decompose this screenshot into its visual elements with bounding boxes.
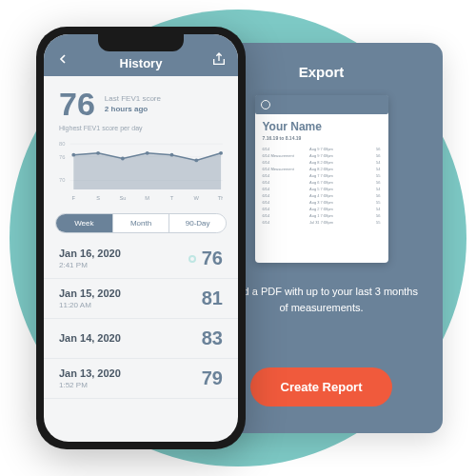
pdf-row: 6/14Aug 4 7:08pm56 <box>263 193 381 198</box>
pdf-name: Your Name <box>263 120 381 133</box>
score-time: 2 hours ago <box>105 105 161 114</box>
pdf-row: 6/14Aug 5 7:08pm54 <box>263 187 381 191</box>
pdf-row: 6/14Aug 7 7:08pm55 <box>263 173 381 178</box>
row-date: Jan 15, 2020 <box>59 288 121 299</box>
pdf-row: 6/14Aug 8 2:08pm54 <box>263 160 381 165</box>
svg-point-12 <box>219 151 223 155</box>
svg-point-9 <box>146 151 149 155</box>
row-time: 2:41 PM <box>59 261 121 269</box>
svg-text:70: 70 <box>59 177 65 183</box>
score-row: 76 Last FEV1 score 2 hours ago <box>44 76 238 125</box>
pdf-date-range: 7.16.19 to 8.14.19 <box>263 135 381 141</box>
svg-point-10 <box>170 153 174 157</box>
svg-text:T: T <box>170 195 174 201</box>
phone-screen: History 76 Last FEV1 score 2 hours ago H… <box>44 34 238 442</box>
share-icon[interactable] <box>211 51 227 70</box>
svg-point-8 <box>121 157 125 161</box>
list-item[interactable]: Jan 16, 20202:41 PM76 <box>44 239 238 279</box>
history-list: Jan 16, 20202:41 PM76Jan 15, 202011:20 A… <box>44 239 238 442</box>
pdf-header <box>255 95 388 114</box>
pdf-preview: Your Name 7.16.19 to 8.14.19 6/14Aug 9 7… <box>255 95 388 263</box>
score-label: Last FEV1 score <box>105 94 161 104</box>
big-score: 76 <box>59 86 95 123</box>
notch <box>98 34 184 51</box>
svg-point-11 <box>194 159 198 163</box>
row-value: 83 <box>202 327 223 349</box>
logo-icon <box>261 100 270 109</box>
tab-90-day[interactable]: 90-Day <box>169 214 226 232</box>
svg-text:76: 76 <box>59 154 65 160</box>
phone-frame: History 76 Last FEV1 score 2 hours ago H… <box>36 27 246 449</box>
row-date: Jan 16, 2020 <box>59 248 121 259</box>
svg-text:Su: Su <box>119 195 126 201</box>
row-value: 79 <box>202 367 223 389</box>
pdf-row: 6/14Jul 31 7:08pm55 <box>263 220 381 225</box>
row-value: 76 <box>188 248 223 269</box>
pdf-row: 6/14 MeasurementAug 8 2:08pm54 <box>263 167 381 171</box>
page-title: History <box>70 56 211 70</box>
svg-text:M: M <box>145 195 149 201</box>
svg-point-6 <box>71 153 75 157</box>
back-icon[interactable] <box>55 51 70 70</box>
svg-text:S: S <box>96 195 100 201</box>
pdf-row: 6/14Aug 3 7:08pm55 <box>263 200 381 205</box>
list-item[interactable]: Jan 13, 20201:52 PM79 <box>44 359 238 399</box>
row-value: 81 <box>202 288 223 309</box>
tab-week[interactable]: Week <box>56 214 113 232</box>
pdf-row: 6/14Aug 1 7:08pm56 <box>263 213 381 218</box>
range-tabs: WeekMonth90-Day <box>55 213 227 233</box>
create-report-button[interactable]: Create Report <box>250 367 393 407</box>
row-time: 1:52 PM <box>59 381 121 389</box>
pdf-row: 6/14Aug 2 7:08pm54 <box>263 207 381 211</box>
row-date: Jan 14, 2020 <box>59 332 121 344</box>
pdf-row: 6/14Aug 9 7:08pm56 <box>263 147 381 151</box>
list-item[interactable]: Jan 15, 202011:20 AM81 <box>44 279 238 319</box>
row-time: 11:20 AM <box>59 301 121 309</box>
export-description: Send a PDF with up to your last 3 months… <box>223 284 420 315</box>
tab-month[interactable]: Month <box>113 214 170 232</box>
pdf-row: 6/14 MeasurementAug 9 7:08pm56 <box>263 153 381 158</box>
score-meta: Last FEV1 score 2 hours ago <box>105 94 161 114</box>
row-date: Jan 13, 2020 <box>59 367 121 379</box>
svg-text:W: W <box>194 195 200 201</box>
pdf-table: 6/14Aug 9 7:08pm566/14 MeasurementAug 9 … <box>263 147 381 225</box>
chart-caption: Highest FEV1 score per day <box>44 125 238 131</box>
svg-point-7 <box>96 151 100 155</box>
svg-text:80: 80 <box>59 141 65 147</box>
list-item[interactable]: Jan 14, 202083 <box>44 319 238 359</box>
svg-text:F: F <box>72 195 76 201</box>
pdf-row: 6/14Aug 6 7:08pm56 <box>263 180 381 185</box>
export-title: Export <box>299 64 345 80</box>
chart: 80 76 70 FSSuMTWTh <box>44 131 238 208</box>
svg-text:Th: Th <box>218 195 223 201</box>
indicator-dot <box>188 255 196 263</box>
